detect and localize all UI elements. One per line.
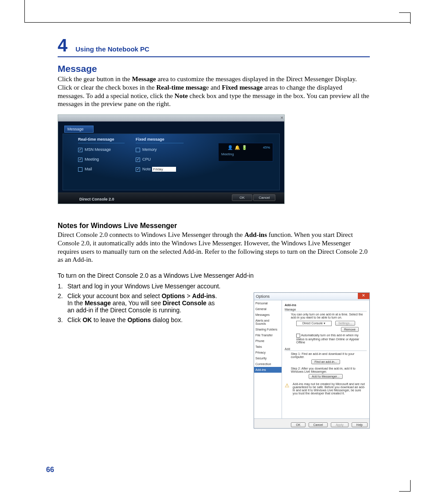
step-text: Click OK to leave the Options dialog box… — [67, 316, 218, 323]
add-step2: Step 2: After you download the add-in, a… — [291, 367, 363, 373]
close-icon[interactable]: ✕ — [358, 293, 369, 299]
add-step1: Step 1: Find an add-in and download it t… — [291, 352, 363, 358]
section-heading-message: Message — [58, 63, 370, 74]
preview-text: Meeting — [221, 152, 234, 156]
checkbox-memory[interactable]: Memory — [136, 147, 157, 152]
underline — [136, 143, 184, 143]
auto-checkbox[interactable] — [296, 334, 300, 338]
bold: Add-ins — [244, 231, 267, 238]
divider — [285, 311, 367, 311]
bold: Real-time messag — [156, 84, 206, 91]
chapter-title: Using the Notebook PC — [75, 45, 149, 53]
bold: Add-ins — [192, 292, 215, 299]
sidebar-item[interactable]: Messages — [254, 312, 282, 318]
notes-paragraph: Direct Console 2.0 connects to Windows L… — [58, 231, 370, 264]
sidebar-item-addins[interactable]: Add-ins — [254, 367, 282, 373]
person-icon: 👤 — [227, 145, 233, 150]
apply-button[interactable]: Apply — [331, 422, 349, 427]
bold: Direct Console — [163, 299, 207, 307]
remove-button[interactable]: Remove — [341, 327, 359, 332]
checkbox-meeting[interactable]: Meeting — [78, 157, 99, 162]
step-text: Start and log in your Windows Live Messe… — [67, 283, 370, 290]
auto-row: Automatically turn on this add-in when m… — [296, 334, 363, 344]
ok-button[interactable]: OK — [232, 194, 252, 201]
underline — [78, 143, 125, 143]
dialog-title: Options ✕ — [254, 293, 369, 300]
label: CPU — [142, 157, 151, 161]
sidebar-item[interactable]: Tabs — [254, 344, 282, 350]
lead-sentence: To turn on the Direct Console 2.0 as a W… — [58, 272, 370, 279]
preview-pane: 👤 🔔 🔋 45% Meeting — [218, 143, 273, 161]
text: Direct Console 2.0 connects to Windows L… — [58, 231, 244, 238]
addin-select[interactable]: Direct Console ▾ — [296, 321, 332, 326]
crop-mark-br — [399, 480, 411, 492]
sidebar-item[interactable]: Phone — [254, 338, 282, 344]
text: e and — [206, 84, 222, 91]
sidebar-item[interactable]: Privacy — [254, 350, 282, 355]
add-to-messenger-button[interactable]: Add to Messenger... — [309, 374, 342, 379]
page-number: 66 — [46, 466, 54, 474]
dc-panel: Real-time message Fixed message MSN Mess… — [63, 134, 280, 190]
sidebar-item[interactable]: General — [254, 306, 282, 312]
title-text: Options — [256, 294, 270, 299]
direct-console-screenshot: × Message Real-time message Fixed messag… — [58, 114, 285, 204]
label: Note — [142, 167, 151, 171]
bold: Note — [175, 92, 188, 99]
chevron-down-icon: ▾ — [324, 322, 325, 325]
label: Meeting — [85, 157, 99, 161]
step-number: 3. — [58, 316, 67, 323]
manage-desc: You can only turn on one add-in at a tim… — [291, 313, 363, 319]
sidebar-item[interactable]: Security — [254, 355, 282, 361]
column-fixed: Fixed message — [136, 137, 164, 142]
close-icon[interactable]: × — [281, 115, 283, 120]
options-main: Add-ins Manage You can only turn on one … — [282, 300, 369, 418]
sidebar-item[interactable]: File Transfer — [254, 332, 282, 338]
step-text: Click your account box and select Option… — [67, 292, 218, 314]
subsection-add: Add — [285, 347, 367, 350]
subsection-manage: Manage — [285, 308, 367, 311]
sidebar-item[interactable]: Alerts and Sounds — [254, 318, 282, 327]
checkbox-msn[interactable]: MSN Message — [78, 147, 111, 152]
label: MSN Message — [85, 147, 111, 152]
warning-text: Add-ins may not be created by Microsoft … — [285, 382, 367, 395]
step-number: 2. — [58, 292, 67, 314]
settings-button[interactable]: Settings... — [335, 321, 355, 326]
dc-logo-label: Direct Console 2.0 — [79, 197, 114, 201]
text: Click — [67, 316, 82, 323]
text: Click the gear button in the — [58, 75, 132, 83]
chapter-header: 4 Using the Notebook PC — [58, 35, 370, 57]
step-1: 1. Start and log in your Windows Live Me… — [58, 283, 370, 290]
select-value: Direct Console — [302, 322, 323, 325]
cancel-button[interactable]: Cancel — [309, 422, 328, 427]
bold: Message — [132, 75, 156, 83]
cancel-button[interactable]: Cancel — [253, 194, 275, 201]
checkbox-note[interactable]: Note Friday — [136, 167, 176, 172]
bold: Options — [127, 316, 151, 323]
auto-label: Automatically turn on this add-in when m… — [296, 334, 359, 344]
bell-icon: 🔔 — [235, 145, 240, 150]
dc-bottombar: Direct Console 2.0 OK Cancel — [58, 193, 284, 204]
sidebar-item[interactable]: Personal — [254, 300, 282, 306]
crop-vline — [24, 0, 25, 22]
dialog-footer: OK Cancel Apply Help — [254, 418, 369, 428]
dc-titlebar — [58, 115, 284, 122]
crop-hline — [24, 22, 410, 23]
step-number: 1. — [58, 283, 67, 290]
text: dialog box. — [151, 316, 183, 323]
sidebar-item[interactable]: Connection — [254, 361, 282, 367]
battery-icon: 🔋 — [242, 145, 247, 150]
note-input[interactable]: Friday — [152, 167, 176, 172]
text: > — [185, 292, 192, 299]
checkbox-mail[interactable]: Mail — [78, 167, 92, 172]
label: Mail — [85, 167, 92, 171]
sidebar-item[interactable]: Sharing Folders — [254, 327, 282, 332]
dc-tab-message[interactable]: Message — [64, 126, 94, 133]
ok-button[interactable]: OK — [291, 422, 305, 427]
bold: Options — [161, 292, 185, 299]
help-button[interactable]: Help — [352, 422, 368, 427]
section-addins: Add-ins — [285, 303, 367, 307]
options-sidebar: Personal General Messages Alerts and Sou… — [254, 300, 282, 418]
checkbox-cpu[interactable]: CPU — [136, 157, 151, 162]
chapter-number: 4 — [58, 35, 67, 55]
find-addin-button[interactable]: Find an add-in... — [311, 359, 340, 364]
